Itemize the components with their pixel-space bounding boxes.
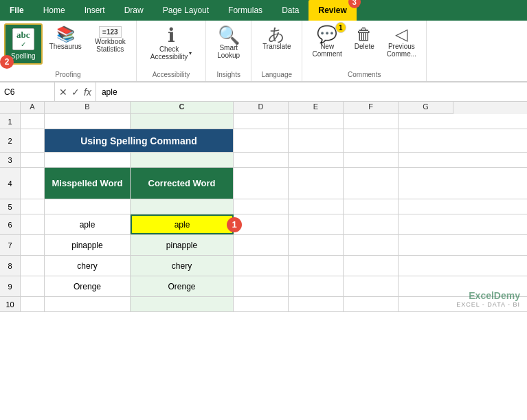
corrected-header-cell[interactable]: Corrected Word	[131, 168, 234, 199]
cell[interactable]	[131, 199, 234, 214]
cell[interactable]	[234, 235, 289, 255]
cell[interactable]	[344, 153, 399, 167]
cell[interactable]	[399, 199, 453, 214]
translate-button[interactable]: あ Translate	[257, 23, 296, 53]
cell-b8[interactable]: chery	[45, 256, 131, 276]
col-header-f[interactable]: F	[344, 102, 399, 114]
cell[interactable]	[289, 235, 344, 255]
col-header-a[interactable]: A	[21, 102, 45, 114]
cell[interactable]	[344, 214, 399, 234]
cell-c7[interactable]: pinapple	[131, 235, 234, 255]
cell-c8[interactable]: chery	[131, 256, 234, 276]
cell[interactable]	[289, 129, 344, 152]
confirm-icon[interactable]: ✓	[71, 87, 80, 98]
cell[interactable]	[344, 129, 399, 152]
cell[interactable]	[21, 129, 45, 152]
cell[interactable]	[21, 276, 45, 296]
table-row: 4 Misspelled Word Corrected Word	[0, 168, 527, 199]
cell[interactable]	[131, 153, 234, 167]
cell-b7[interactable]: pinapple	[45, 235, 131, 255]
cell[interactable]	[21, 235, 45, 255]
cell[interactable]	[344, 276, 399, 296]
title-cell[interactable]: Using Spelling Command	[45, 129, 234, 152]
cell[interactable]	[399, 235, 453, 255]
cancel-icon[interactable]: ✕	[59, 87, 67, 98]
col-header-b[interactable]: B	[45, 102, 131, 114]
col-header-g[interactable]: G	[399, 102, 453, 114]
cell[interactable]	[344, 297, 399, 311]
cell[interactable]	[21, 199, 45, 214]
cell[interactable]	[234, 276, 289, 296]
cell[interactable]	[289, 214, 344, 234]
tab-insert[interactable]: Insert	[75, 0, 115, 21]
cell[interactable]	[234, 256, 289, 276]
tab-home[interactable]: Home	[34, 0, 75, 21]
cell[interactable]	[344, 256, 399, 276]
smart-lookup-button[interactable]: 🔍 SmartLookup	[212, 23, 245, 62]
previous-comment-button[interactable]: ◁ PreviousComme...	[381, 23, 422, 60]
cell[interactable]	[21, 114, 45, 129]
thesaurus-button[interactable]: 📚 Thesaurus	[45, 23, 86, 53]
delete-button[interactable]: 🗑 Delete	[349, 23, 380, 53]
col-header-d[interactable]: D	[234, 102, 289, 114]
cell[interactable]	[399, 168, 453, 199]
cell[interactable]	[45, 114, 131, 129]
col-header-e[interactable]: E	[289, 102, 344, 114]
tab-page-layout[interactable]: Page Layout	[153, 0, 218, 21]
cell[interactable]	[289, 153, 344, 167]
cell[interactable]	[344, 114, 399, 129]
cell[interactable]	[344, 235, 399, 255]
cell[interactable]	[399, 214, 453, 234]
cell[interactable]	[45, 297, 131, 311]
cell[interactable]	[234, 199, 289, 214]
cell[interactable]	[289, 168, 344, 199]
function-icon[interactable]: fx	[84, 87, 91, 98]
cell[interactable]	[399, 153, 453, 167]
cell[interactable]	[21, 153, 45, 167]
cell[interactable]	[289, 114, 344, 129]
cell[interactable]	[21, 297, 45, 311]
tab-review[interactable]: Review 3	[309, 0, 356, 21]
cell[interactable]	[399, 129, 453, 152]
cell[interactable]	[289, 276, 344, 296]
cell[interactable]	[344, 199, 399, 214]
cell[interactable]	[131, 297, 234, 311]
tab-file[interactable]: File	[0, 0, 34, 21]
cell[interactable]	[399, 276, 453, 296]
tab-formulas[interactable]: Formulas	[218, 0, 272, 21]
tab-draw[interactable]: Draw	[115, 0, 153, 21]
cell[interactable]	[234, 214, 289, 234]
workbook-stats-button[interactable]: ≡123 Workbook Statistics	[89, 23, 132, 56]
cell[interactable]	[234, 297, 289, 311]
cell[interactable]	[289, 199, 344, 214]
cell[interactable]	[234, 153, 289, 167]
cell[interactable]	[21, 214, 45, 234]
new-comment-button[interactable]: 💬 NewComment 1	[306, 23, 347, 60]
col-header-c[interactable]: C	[131, 102, 234, 114]
cell[interactable]	[45, 153, 131, 167]
cell[interactable]	[399, 297, 453, 311]
cell-b6[interactable]: aple	[45, 214, 131, 234]
cell[interactable]	[234, 168, 289, 199]
cell[interactable]	[45, 199, 131, 214]
cell[interactable]	[131, 114, 234, 129]
check-accessibility-button[interactable]: ℹ CheckAccessibility ▾	[144, 23, 199, 63]
tab-data[interactable]: Data	[272, 0, 309, 21]
cell[interactable]	[21, 256, 45, 276]
spelling-button[interactable]: abc ✓ Spelling 2	[4, 23, 43, 65]
cell[interactable]	[21, 168, 45, 199]
cell[interactable]	[344, 168, 399, 199]
misspelled-header-cell[interactable]: Misspelled Word	[45, 168, 131, 199]
cell[interactable]	[289, 297, 344, 311]
cell[interactable]	[234, 129, 289, 152]
corrected-header-text: Corrected Word	[148, 178, 216, 188]
cell[interactable]	[399, 256, 453, 276]
table-row: 2 Using Spelling Command	[0, 129, 527, 153]
cell[interactable]	[399, 114, 453, 129]
active-cell-c6[interactable]: aple 1	[131, 214, 234, 234]
cell-b9[interactable]: Orenge	[45, 276, 131, 296]
cell-c9[interactable]: Orenge	[131, 276, 234, 296]
smart-lookup-icon: 🔍	[218, 26, 240, 44]
cell[interactable]	[234, 114, 289, 129]
cell[interactable]	[289, 256, 344, 276]
